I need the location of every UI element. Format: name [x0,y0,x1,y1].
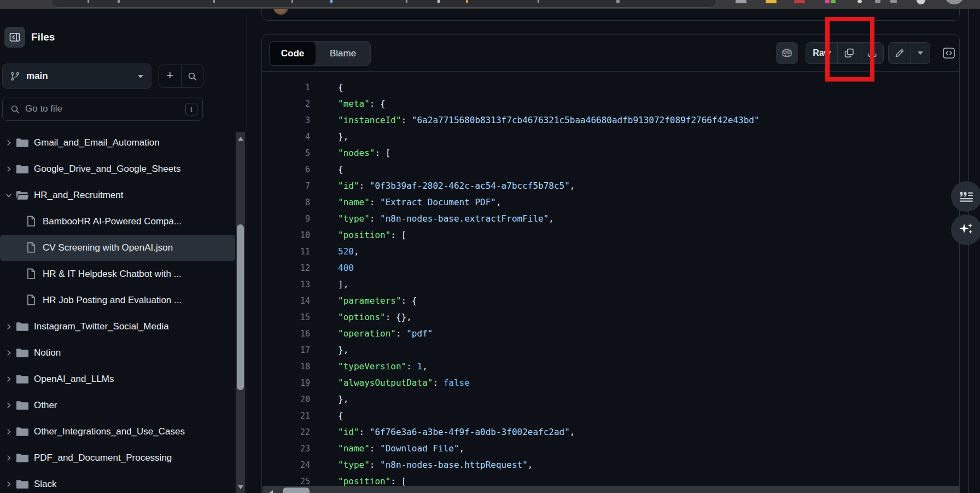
line-number[interactable]: 6 [262,161,310,178]
code-line: 6{ [262,161,959,178]
extension-icon-green[interactable] [831,0,836,3]
line-number[interactable]: 16 [262,326,310,342]
line-number[interactable]: 11 [262,243,310,260]
scrollbar-down-arrow[interactable] [238,485,243,489]
branch-selector[interactable]: main [2,63,151,89]
code-content: 1{2"meta": {3"instanceId": "6a2a7715680b… [262,79,959,490]
folder-icon [16,348,28,358]
tree-item-notion[interactable]: Notion [0,340,235,366]
tree-item-google-drive-and-google-sheets[interactable]: Google_Drive_and_Google_Sheets [0,156,235,182]
line-number[interactable]: 24 [262,457,310,473]
tree-item-label: HR_and_Recruitment [34,190,123,201]
scrollbar-up-arrow[interactable] [238,137,243,141]
line-number[interactable]: 2 [262,96,310,112]
chevron-right-icon [5,375,13,383]
tree-item-openai-and-llms[interactable]: OpenAI_and_LLMs [0,366,235,392]
edit-file-button[interactable] [889,43,911,63]
search-tree-button[interactable] [181,65,203,87]
line-number[interactable]: 8 [262,194,310,211]
code-line-text: "id": "6f76e3a6-a3be-4f9f-a0db-3f002eafc… [310,424,575,440]
line-number[interactable]: 23 [262,440,310,457]
file-tree: Gmail_and_Email_AutomationGoogle_Drive_a… [0,130,235,493]
file-icon [26,216,36,227]
code-line-text: "operation": "pdf" [310,326,433,342]
ai-sparkle-button[interactable] [951,214,980,245]
line-number[interactable]: 9 [262,211,310,227]
browser-profile-avatar[interactable] [944,0,964,4]
download-raw-file-button[interactable] [861,43,883,63]
addressbar-text-fragment [438,0,440,3]
tree-item-label: OpenAI_and_LLMs [34,374,114,385]
code-line: 3"instanceId": "6a2a7715680b8313f7cb4676… [262,112,959,129]
sidebar-scrollbar-thumb[interactable] [237,224,244,390]
line-number[interactable]: 5 [262,145,310,161]
line-number[interactable]: 12 [262,260,310,276]
code-line: 9"type": "n8n-nodes-base.extractFromFile… [262,211,959,227]
collapse-file-tree-button[interactable] [4,27,25,48]
raw-button[interactable]: Raw [806,43,837,63]
tab-code[interactable]: Code [270,42,316,65]
code-line: 15"options": {}, [262,309,959,326]
code-line-text: "position": [ [310,227,406,243]
tree-item-label: BambooHR AI-Powered Compa... [43,216,182,227]
line-number[interactable]: 17 [262,342,310,358]
tree-item-hr-job-posting-and-evaluation[interactable]: HR Job Posting and Evaluation ... [0,287,235,314]
line-number[interactable]: 1 [262,79,310,96]
tree-item-pdf-and-document-processing[interactable]: PDF_and_Document_Processing [0,445,235,471]
line-number[interactable]: 18 [262,358,310,375]
copilot-button[interactable] [776,42,798,64]
copy-raw-file-button[interactable] [837,43,860,63]
folder-icon [16,164,28,174]
line-number[interactable]: 4 [262,129,310,145]
line-number[interactable]: 20 [262,391,310,408]
extension-icon-pink[interactable] [825,0,830,3]
tree-item-label: Notion [34,347,61,358]
tree-item-label: Gmail_and_Email_Automation [34,137,160,148]
extension-icon-red[interactable] [794,0,805,3]
extension-icon-yellow[interactable] [766,0,777,3]
tab-blame[interactable]: Blame [316,42,370,65]
line-number[interactable]: 14 [262,293,310,309]
tree-item-label: Google_Drive_and_Google_Sheets [34,164,180,175]
line-number[interactable]: 3 [262,112,310,129]
code-line-text: { [310,161,343,178]
tree-item-bamboohr-ai-powered-compa[interactable]: BambooHR AI-Powered Compa... [0,208,235,235]
quote-summary-button[interactable] [951,181,980,212]
line-number[interactable]: 22 [262,424,310,440]
extension-icon[interactable] [736,0,746,3]
tree-item-slack[interactable]: Slack [0,471,235,493]
line-number[interactable]: 15 [262,309,310,326]
toolbar-dot-icon[interactable] [858,0,862,3]
sidebar-collapse-icon [9,32,20,43]
tree-item-cv-screening-with-openai-json[interactable]: CV Screening with OpenAI.json [0,235,235,261]
horizontal-scrollbar-thumb[interactable] [283,488,310,493]
folder-icon [16,138,28,148]
current-branch-name: main [26,71,48,82]
chevron-right-icon [5,454,13,462]
new-file-button[interactable]: + [159,65,181,87]
line-number[interactable]: 7 [262,178,310,194]
tree-item-gmail-and-email-automation[interactable]: Gmail_and_Email_Automation [0,130,235,156]
line-number[interactable]: 19 [262,375,310,391]
line-number[interactable]: 21 [262,408,310,424]
line-number[interactable]: 13 [262,276,310,293]
tree-item-hr-it-helpdesk-chatbot-with[interactable]: HR & IT Helpdesk Chatbot with ... [0,261,235,287]
tree-item-other-integrations-and-use-cases[interactable]: Other_Integrations_and_Use_Cases [0,419,235,445]
scrollbar-left-arrow[interactable] [269,490,273,493]
toolbar-icon[interactable] [890,0,897,3]
toolbar-circle-icon[interactable] [917,0,925,4]
go-to-file-input[interactable]: Go to file t [2,97,203,121]
tree-item-other[interactable]: Other [0,392,235,419]
code-horizontal-scrollbar[interactable] [262,486,959,493]
plus-icon: + [166,69,173,82]
download-icon [867,48,877,58]
line-number[interactable]: 10 [262,227,310,243]
pencil-icon [895,48,905,58]
code-line-text: "type": "n8n-nodes-base.httpRequest", [310,457,533,473]
toolbar-icon[interactable] [875,0,880,3]
symbols-panel-button[interactable] [938,42,960,64]
tree-item-hr-and-recruitment[interactable]: HR_and_Recruitment [0,182,235,208]
chevron-down-icon [918,51,923,55]
edit-options-dropdown[interactable] [911,43,930,63]
tree-item-instagram-twitter-social-media[interactable]: Instagram_Twitter_Social_Media [0,314,235,340]
